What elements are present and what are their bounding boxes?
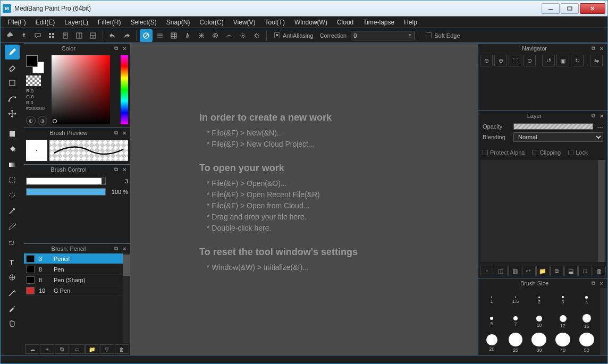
brush-size-cell[interactable]: 40 xyxy=(552,333,575,353)
popout-icon[interactable]: ⧉ xyxy=(112,45,120,52)
tile-icon[interactable] xyxy=(45,29,58,42)
brush-opacity-slider[interactable] xyxy=(26,188,106,196)
snap-grid-icon[interactable] xyxy=(167,29,180,42)
snap-radial-icon[interactable] xyxy=(195,29,208,42)
flip-icon[interactable]: ⇋ xyxy=(590,55,603,66)
close-icon[interactable]: ✕ xyxy=(121,45,128,52)
brush-size-cell[interactable]: 10 xyxy=(528,311,551,332)
menu-file[interactable]: File(F) xyxy=(4,18,30,27)
brush-item[interactable]: 8Pen xyxy=(24,264,130,275)
cloud-icon[interactable] xyxy=(4,29,16,42)
bucket-tool[interactable] xyxy=(5,142,20,157)
color-swatches[interactable] xyxy=(26,55,44,73)
close-icon[interactable]: ✕ xyxy=(598,112,605,120)
close-icon[interactable]: ✕ xyxy=(121,245,128,252)
brush-tool[interactable] xyxy=(5,45,20,60)
selectpen-tool[interactable] xyxy=(5,219,20,234)
canvas-area[interactable]: In order to create a new work * File(&F)… xyxy=(130,43,478,355)
menu-filter[interactable]: Filter(R) xyxy=(94,18,124,27)
snap-off-icon[interactable] xyxy=(140,29,153,42)
brush-item[interactable]: 3Pencil❋ xyxy=(24,253,130,264)
popout-icon[interactable]: ⧉ xyxy=(589,45,597,52)
maximize-button[interactable] xyxy=(561,3,579,14)
brush-size-cell[interactable]: 30 xyxy=(528,333,551,353)
protect-alpha-checkbox[interactable]: Protect Alpha xyxy=(483,149,525,156)
brush-size-cell[interactable]: 15 xyxy=(575,311,598,332)
wand-tool[interactable] xyxy=(5,204,20,218)
menu-help[interactable]: Help xyxy=(400,18,421,27)
layer-folder-icon[interactable]: 📁 xyxy=(536,266,550,276)
snap-curve-icon[interactable] xyxy=(223,29,235,42)
menu-layer[interactable]: Layer(L) xyxy=(61,18,92,27)
brush-size-cell[interactable]: 1.5 xyxy=(504,290,527,310)
clipping-checkbox[interactable]: Clipping xyxy=(532,149,561,156)
upload-icon[interactable] xyxy=(18,29,30,42)
brush-item[interactable]: 10G Pen xyxy=(24,285,130,296)
select-tool[interactable] xyxy=(5,173,20,188)
divide-tool[interactable] xyxy=(5,285,20,300)
brush-size-cell[interactable]: 1 xyxy=(480,290,503,310)
layer-add-menu-icon[interactable]: ▫⁺ xyxy=(522,266,535,276)
layer-merge-icon[interactable]: ⬓ xyxy=(564,266,578,276)
brush-size-cell[interactable]: 50 xyxy=(575,333,598,353)
minimize-button[interactable] xyxy=(542,3,560,14)
brush-size-cell[interactable]: 2 xyxy=(528,290,551,310)
layer-clear-icon[interactable]: □ xyxy=(578,266,592,276)
menu-window[interactable]: Window(W) xyxy=(291,18,331,27)
brush-down-icon[interactable]: ▽ xyxy=(100,344,114,354)
popout-icon[interactable]: ⧉ xyxy=(112,245,120,252)
transparent-swatch[interactable] xyxy=(26,75,41,86)
menu-snap[interactable]: Snap(N) xyxy=(163,18,194,27)
selecterase-tool[interactable] xyxy=(5,234,20,249)
brush-size-cell[interactable]: 3 xyxy=(552,290,575,310)
brush-size-cell[interactable]: 12 xyxy=(552,311,575,332)
menu-select[interactable]: Select(S) xyxy=(126,18,160,27)
rotate-cw-icon[interactable]: ↻ xyxy=(571,55,584,66)
scrollbar[interactable] xyxy=(598,160,605,262)
hue-slider[interactable] xyxy=(121,55,128,124)
brush-size-cell[interactable]: 7 xyxy=(504,311,527,332)
color-picker[interactable] xyxy=(52,55,128,125)
layer-list[interactable] xyxy=(480,160,605,262)
eraser-tool[interactable] xyxy=(5,60,20,75)
antialiasing-checkbox[interactable]: ✕AntiAliasing xyxy=(274,32,313,39)
menu-edit[interactable]: Edit(E) xyxy=(32,18,59,27)
brush-group-icon[interactable]: ▭ xyxy=(70,344,84,354)
brush-add-icon[interactable]: ＋ xyxy=(40,344,54,354)
hand-tool[interactable] xyxy=(5,316,20,331)
brush-folder-icon[interactable]: 📁 xyxy=(85,344,99,354)
layer-opacity-slider[interactable] xyxy=(513,123,593,130)
zoom-actual-icon[interactable]: ⊙ xyxy=(523,55,536,66)
page-icon[interactable] xyxy=(59,29,72,42)
gradient-tool[interactable] xyxy=(5,157,20,172)
scrollbar[interactable] xyxy=(600,288,607,355)
text-tool[interactable]: T xyxy=(5,255,20,269)
close-button[interactable] xyxy=(580,3,605,14)
fit-icon[interactable]: ⛶ xyxy=(509,55,521,66)
brush-size-cell[interactable]: 5 xyxy=(480,311,503,332)
zoom-in-icon[interactable]: ⊕ xyxy=(494,55,507,66)
fill-tool[interactable] xyxy=(5,126,20,141)
popout-icon[interactable]: ⧉ xyxy=(112,166,120,173)
snap-circle-icon[interactable] xyxy=(209,29,222,42)
popout-icon[interactable]: ⧉ xyxy=(589,112,597,120)
menu-tool[interactable]: Tool(T) xyxy=(261,18,289,27)
color-mode-1-icon[interactable]: ◐ xyxy=(26,116,36,125)
brush-size-slider[interactable] xyxy=(26,177,106,185)
rotate-reset-icon[interactable]: ▣ xyxy=(556,55,569,66)
menu-timelapse[interactable]: Time-lapse xyxy=(359,18,398,27)
blending-select[interactable]: Normal xyxy=(513,132,603,142)
popout-icon[interactable]: ⧉ xyxy=(589,280,597,287)
lasso-tool[interactable] xyxy=(5,188,20,203)
brush-delete-icon[interactable]: 🗑 xyxy=(115,344,129,354)
layer-delete-icon[interactable]: 🗑 xyxy=(593,266,606,276)
brush-item[interactable]: 8Pen (Sharp) xyxy=(24,275,130,285)
scrollbar[interactable] xyxy=(123,253,130,343)
eyedropper-tool[interactable] xyxy=(5,301,20,316)
layer-new3-icon[interactable]: ▥ xyxy=(508,266,521,276)
softedge-checkbox[interactable]: Soft Edge xyxy=(426,32,460,39)
brush-add-cloud-icon[interactable]: ☁ xyxy=(25,344,39,354)
brush-size-cell[interactable]: 20 xyxy=(480,333,503,353)
layer-new2-icon[interactable]: ◫ xyxy=(494,266,507,276)
zoom-out-icon[interactable]: ⊖ xyxy=(480,55,493,66)
